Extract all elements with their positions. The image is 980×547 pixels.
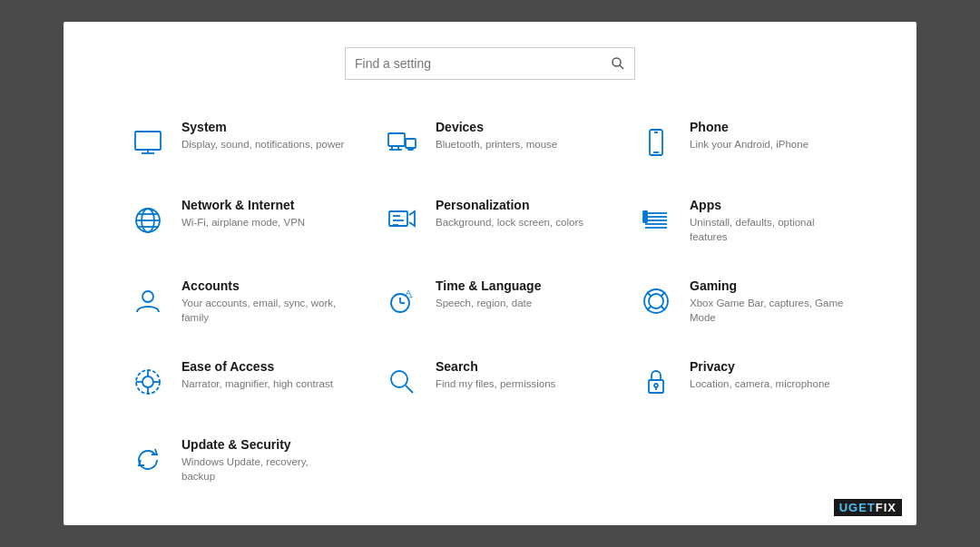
privacy-title: Privacy: [690, 359, 830, 374]
ease-title: Ease of Access: [181, 359, 333, 374]
svg-point-44: [142, 376, 153, 387]
svg-rect-19: [389, 211, 407, 226]
search-icon: [381, 361, 423, 403]
svg-line-1: [620, 65, 623, 69]
phone-text: PhoneLink your Android, iPhone: [690, 120, 808, 151]
svg-rect-30: [643, 219, 647, 222]
setting-item-devices[interactable]: DevicesBluetooth, printers, mouse: [372, 107, 608, 176]
phone-desc: Link your Android, iPhone: [690, 137, 808, 151]
personalization-icon: [381, 200, 423, 241]
devices-desc: Bluetooth, printers, mouse: [436, 137, 557, 151]
accounts-text: AccountsYour accounts, email, sync, work…: [181, 278, 345, 325]
gaming-icon: [635, 280, 677, 322]
search-text: SearchFind my files, permissions: [436, 359, 555, 391]
setting-item-privacy[interactable]: PrivacyLocation, camera, microphone: [626, 347, 862, 415]
time-text: Time & LanguageSpeech, region, date: [436, 278, 541, 310]
system-desc: Display, sound, notifications, power: [181, 137, 344, 151]
devices-title: Devices: [436, 120, 557, 134]
svg-line-50: [406, 386, 413, 393]
time-desc: Speech, region, date: [436, 296, 541, 310]
svg-point-31: [142, 291, 153, 302]
svg-line-41: [647, 306, 652, 310]
accounts-icon: [127, 280, 169, 322]
search-bar[interactable]: [345, 47, 635, 80]
settings-window: SystemDisplay, sound, notifications, pow…: [64, 22, 916, 525]
gaming-desc: Xbox Game Bar, captures, Game Mode: [690, 296, 853, 325]
privacy-text: PrivacyLocation, camera, microphone: [690, 359, 830, 391]
phone-icon: [635, 122, 677, 163]
setting-item-accounts[interactable]: AccountsYour accounts, email, sync, work…: [118, 266, 354, 337]
svg-rect-6: [406, 139, 416, 148]
time-icon: A +: [381, 280, 423, 322]
setting-item-system[interactable]: SystemDisplay, sound, notifications, pow…: [118, 107, 354, 176]
setting-item-update[interactable]: Update & SecurityWindows Update, recover…: [118, 425, 354, 496]
svg-rect-10: [408, 148, 413, 150]
search-input[interactable]: [355, 56, 611, 71]
network-text: Network & InternetWi-Fi, airplane mode, …: [181, 198, 305, 230]
ease-desc: Narrator, magnifier, high contrast: [181, 376, 333, 391]
gaming-title: Gaming: [690, 278, 853, 293]
apps-text: AppsUninstall, defaults, optional featur…: [690, 198, 853, 244]
svg-line-39: [647, 292, 652, 297]
svg-point-0: [612, 58, 621, 66]
gaming-text: GamingXbox Game Bar, captures, Game Mode: [690, 278, 853, 325]
setting-item-gaming[interactable]: GamingXbox Game Bar, captures, Game Mode: [626, 266, 862, 337]
settings-grid: SystemDisplay, sound, notifications, pow…: [118, 107, 862, 497]
setting-item-time[interactable]: A + Time & LanguageSpeech, region, date: [372, 266, 608, 337]
svg-rect-51: [649, 380, 663, 393]
apps-desc: Uninstall, defaults, optional features: [690, 215, 853, 244]
update-title: Update & Security: [181, 437, 345, 452]
search-title: Search: [436, 359, 555, 374]
apps-title: Apps: [690, 198, 853, 212]
svg-text:+: +: [409, 294, 413, 300]
system-title: System: [181, 120, 344, 134]
svg-rect-2: [135, 132, 161, 150]
system-text: SystemDisplay, sound, notifications, pow…: [181, 120, 344, 151]
setting-item-personalization[interactable]: PersonalizationBackground, lock screen, …: [372, 185, 608, 257]
setting-item-apps[interactable]: AppsUninstall, defaults, optional featur…: [626, 185, 862, 257]
time-title: Time & Language: [436, 278, 541, 293]
personalization-title: Personalization: [436, 198, 583, 212]
update-icon: [127, 439, 169, 481]
update-text: Update & SecurityWindows Update, recover…: [181, 437, 345, 484]
svg-rect-11: [650, 130, 662, 155]
personalization-desc: Background, lock screen, colors: [436, 215, 583, 230]
network-title: Network & Internet: [181, 198, 305, 212]
setting-item-network[interactable]: Network & InternetWi-Fi, airplane mode, …: [118, 185, 354, 257]
setting-item-search[interactable]: SearchFind my files, permissions: [372, 347, 608, 415]
setting-item-ease[interactable]: Ease of AccessNarrator, magnifier, high …: [118, 347, 354, 415]
svg-line-40: [661, 292, 665, 297]
system-icon: [127, 122, 169, 163]
ease-icon: [127, 361, 169, 403]
devices-text: DevicesBluetooth, printers, mouse: [436, 120, 557, 151]
apps-icon: [635, 200, 677, 241]
accounts-title: Accounts: [181, 278, 345, 293]
privacy-desc: Location, camera, microphone: [690, 376, 830, 391]
network-icon: [127, 200, 169, 241]
svg-line-42: [661, 306, 665, 310]
privacy-icon: [635, 361, 677, 403]
watermark: UGETFIX: [834, 499, 902, 516]
svg-point-52: [654, 384, 658, 387]
network-desc: Wi-Fi, airplane mode, VPN: [181, 215, 305, 230]
svg-rect-5: [388, 133, 405, 146]
personalization-text: PersonalizationBackground, lock screen, …: [436, 198, 583, 230]
devices-icon: [381, 122, 423, 163]
accounts-desc: Your accounts, email, sync, work, family: [181, 296, 345, 325]
update-desc: Windows Update, recovery, backup: [181, 454, 345, 484]
setting-item-phone[interactable]: PhoneLink your Android, iPhone: [626, 107, 862, 176]
search-icon: [611, 56, 625, 71]
search-desc: Find my files, permissions: [436, 376, 555, 391]
phone-title: Phone: [690, 120, 808, 134]
svg-point-49: [391, 371, 407, 387]
ease-text: Ease of AccessNarrator, magnifier, high …: [181, 359, 333, 391]
